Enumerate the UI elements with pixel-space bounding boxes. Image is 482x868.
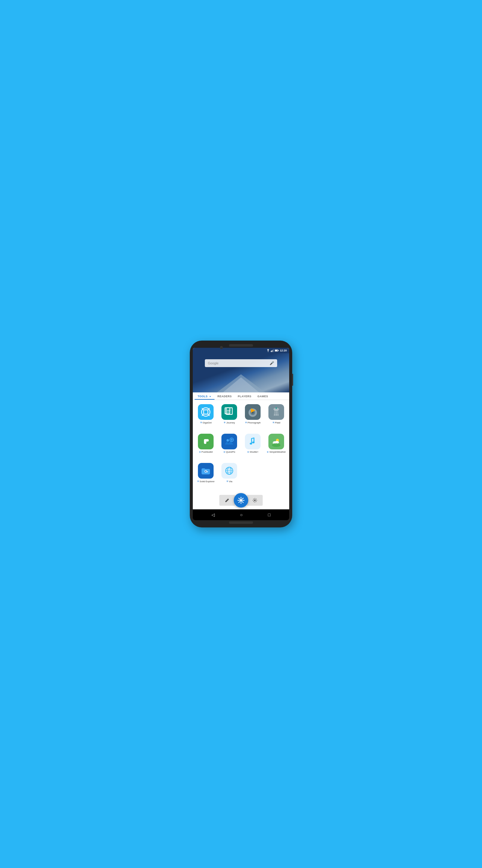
tab-readers[interactable]: READERS [215, 393, 235, 400]
tab-games[interactable]: GAMES [255, 393, 271, 400]
app-icon-plaid [268, 404, 284, 420]
svg-rect-7 [278, 350, 279, 351]
svg-point-35 [227, 439, 229, 441]
wallpaper: Google 🎤 [193, 353, 289, 393]
app-label-phonograph: ✳Phonograph [245, 421, 261, 424]
phone-speaker-top [229, 344, 253, 347]
google-search-bar[interactable]: Google 🎤 [205, 359, 277, 367]
app-icon-solidexplorer [198, 463, 214, 478]
svg-rect-1 [271, 351, 271, 352]
phone-volume-button [292, 374, 293, 386]
svg-point-69 [238, 502, 239, 503]
nav-recent-button[interactable]: □ [268, 513, 270, 517]
app-label-plaid: ✳Plaid [272, 421, 281, 424]
svg-point-63 [241, 503, 242, 504]
svg-rect-14 [225, 408, 230, 414]
app-quickpic[interactable]: ✳QuickPic [218, 432, 240, 460]
svg-rect-6 [275, 350, 278, 351]
app-icon-via [221, 463, 237, 478]
svg-rect-3 [272, 350, 273, 352]
tab-tools[interactable]: TOOLS ▼ [195, 393, 215, 400]
svg-point-33 [206, 439, 209, 441]
app-label-solidexplorer: ✳Solid Explorer [197, 480, 215, 483]
app-drawer: TOOLS ▼ READERS PLAYERS GAMES [193, 393, 289, 509]
app-icon-quickpic [221, 434, 237, 450]
svg-point-66 [238, 498, 239, 498]
app-label-gigaget: ✳GigaGet [200, 421, 212, 424]
phone-camera [220, 346, 223, 349]
app-icon-pushbullet [198, 434, 214, 450]
nav-back-button[interactable]: ◁ [212, 513, 215, 517]
fab-snowflake-button[interactable] [234, 493, 248, 507]
tab-bar: TOOLS ▼ READERS PLAYERS GAMES [193, 393, 289, 400]
svg-point-49 [205, 471, 206, 472]
svg-point-70 [254, 500, 256, 501]
mic-icon[interactable]: 🎤 [269, 361, 274, 365]
svg-rect-9 [204, 410, 208, 414]
tab-players[interactable]: PLAYERS [235, 393, 254, 400]
settings-button[interactable] [247, 495, 263, 506]
edit-button[interactable] [219, 495, 235, 506]
apps-grid: ✳GigaGet ✳Journ [193, 400, 289, 491]
svg-point-40 [250, 443, 252, 444]
app-pushbullet[interactable]: ✳Pushbullet [195, 432, 217, 460]
svg-point-68 [243, 498, 244, 498]
svg-point-62 [241, 497, 242, 498]
svg-point-64 [238, 500, 238, 501]
app-label-journey: ✳Journey [224, 421, 235, 424]
nav-bar: ◁ ○ □ [193, 509, 289, 520]
phone-device: 12:20 Google 🎤 TOOLS ▼ READERS [190, 341, 292, 527]
svg-rect-4 [274, 349, 274, 352]
app-label-quickpic: ✳QuickPic [223, 451, 235, 454]
app-journey[interactable]: ✳Journey [218, 402, 240, 431]
app-label-pushbullet: ✳Pushbullet [199, 451, 213, 454]
app-icon-simpleweather [268, 434, 284, 450]
svg-point-46 [272, 443, 281, 447]
svg-point-65 [244, 500, 245, 501]
status-icons: 12:20 [266, 349, 287, 352]
app-label-simpleweather: ✳SimpleWeather [267, 451, 286, 454]
app-icon-phonograph [245, 404, 261, 420]
app-phonograph[interactable]: ✳Phonograph [242, 402, 264, 431]
search-placeholder: Google [208, 361, 218, 365]
wallpaper-triangle2 [223, 377, 259, 393]
tab-dropdown-arrow: ▼ [209, 396, 211, 398]
svg-rect-2 [272, 350, 272, 352]
wifi-icon [266, 349, 270, 352]
app-solidexplorer[interactable]: ✳Solid Explorer [195, 461, 217, 490]
app-icon-gigaget [198, 404, 214, 420]
svg-rect-51 [207, 471, 208, 472]
app-icon-shuttle [245, 434, 261, 450]
svg-rect-15 [226, 408, 232, 414]
status-bar: 12:20 [193, 348, 289, 353]
svg-rect-39 [247, 436, 258, 447]
phone-speaker-bottom [229, 521, 253, 524]
app-label-via: ✳Via [226, 480, 232, 483]
fab-area [193, 491, 289, 509]
svg-point-0 [268, 352, 268, 352]
app-shuttle[interactable]: ✳Shuttle+ [242, 432, 264, 460]
app-gigaget[interactable]: ✳GigaGet [195, 402, 217, 431]
svg-point-67 [243, 502, 244, 503]
nav-home-button[interactable]: ○ [240, 513, 243, 517]
app-simpleweather[interactable]: ✳SimpleWeather [265, 432, 287, 460]
app-via[interactable]: ✳Via [218, 461, 240, 490]
svg-point-41 [252, 441, 255, 443]
app-plaid[interactable]: ✳Plaid [265, 402, 287, 431]
app-label-shuttle: ✳Shuttle+ [247, 451, 259, 454]
status-time: 12:20 [280, 349, 287, 352]
signal-icon [271, 349, 274, 352]
app-icon-journey [221, 404, 237, 420]
battery-icon [275, 349, 279, 352]
phone-screen: 12:20 Google 🎤 TOOLS ▼ READERS [193, 348, 289, 520]
